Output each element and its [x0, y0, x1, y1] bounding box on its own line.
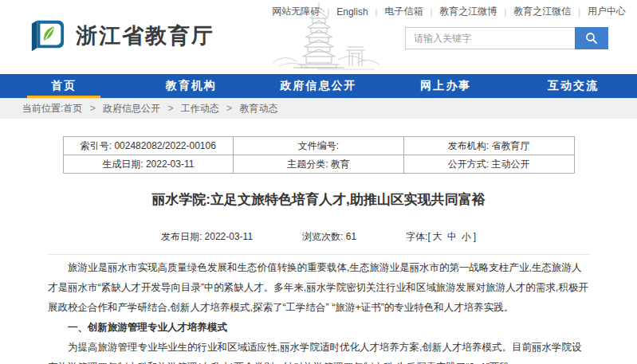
top-link-weibo[interactable]: 教育之江微博 [439, 5, 497, 18]
nav-item-gov-info[interactable]: 政府信息公开 [255, 74, 383, 98]
font-size-small-button[interactable]: 小 [462, 231, 471, 242]
breadcrumb-gov-info[interactable]: 政府信息公开 [103, 103, 160, 114]
top-link-wechat[interactable]: 教育之江微信 [513, 5, 571, 18]
nav-label: 教育机构 [166, 79, 217, 93]
book-leaf-logo-icon [28, 18, 66, 54]
breadcrumb-separator: > [167, 103, 173, 114]
article-content: 索引号: 002482082/2022-00106 文件编号: 发布机构: 省教… [0, 119, 637, 364]
font-size-label-end: ] [474, 231, 476, 242]
table-row: 索引号: 002482082/2022-00106 文件编号: 发布机构: 省教… [63, 137, 574, 155]
disclosure-method-cell: 公开方式: 主动公开 [403, 155, 574, 174]
pagoda-sketch-illustration [269, 1, 381, 72]
search-input[interactable] [405, 27, 575, 49]
paragraph: 旅游业是丽水市实现高质量绿色发展和生态价值转换的重要载体,生态旅游业是丽水市的第… [48, 258, 589, 318]
publish-date: 发布日期: 2022-03-11 [161, 230, 253, 244]
nav-item-institutions[interactable]: 教育机构 [128, 74, 255, 98]
breadcrumb-edu-news[interactable]: 教育动态 [239, 103, 277, 114]
paragraph: 为提高旅游管理专业毕业生的行业和区域适应性,丽水学院适时优化人才培养方案,创新人… [48, 338, 589, 364]
top-link-email[interactable]: 电子信箱 [384, 5, 423, 18]
create-date-cell: 生成日期: 2022-03-11 [63, 155, 234, 174]
nav-item-interaction[interactable]: 互动交流 [509, 74, 637, 98]
breadcrumb-home[interactable]: 首页 [63, 103, 82, 114]
page-title: 丽水学院:立足文旅特色培育人才,助推山区实现共同富裕 [0, 190, 637, 209]
article-body: 旅游业是丽水市实现高质量绿色发展和生态价值转换的重要载体,生态旅游业是丽水市的第… [0, 255, 637, 364]
nav-item-online-services[interactable]: 网上办事 [382, 74, 509, 98]
site-title: 浙江省教育厅 [76, 22, 214, 50]
breadcrumb-work-news[interactable]: 工作动态 [181, 103, 219, 114]
article-meta-row: 发布日期: 2022-03-11 浏览次数: 61 字体:[大中小] [0, 230, 637, 244]
table-row: 生成日期: 2022-03-11 主题分类: 教育 公开方式: 主动公开 [63, 155, 574, 174]
file-number-cell: 文件编号: [234, 137, 404, 155]
topic-category-cell: 主题分类: 教育 [234, 155, 404, 174]
nav-label: 互动交流 [548, 79, 599, 93]
page: 网站无障碍 | English | 电子信箱 | 教育之江微博 | 教育之江微信… [0, 0, 637, 364]
search-bar [405, 27, 608, 49]
index-number-cell: 索引号: 002482082/2022-00106 [63, 137, 234, 155]
breadcrumb-separator: > [90, 103, 96, 114]
font-size-control: 字体:[大中小] [406, 230, 476, 244]
view-count: 浏览次数: 61 [302, 230, 356, 244]
font-size-label: 字体:[ [406, 231, 431, 242]
nav-item-home[interactable]: 首页 [0, 74, 128, 98]
nav-label: 网上办事 [420, 79, 471, 93]
section-heading: 一、创新旅游管理专业人才培养模式 [48, 318, 589, 338]
document-meta-table: 索引号: 002482082/2022-00106 文件编号: 发布机构: 省教… [63, 136, 575, 174]
breadcrumb-prefix: 当前位置: [22, 103, 63, 114]
divider: | [578, 7, 580, 17]
search-icon [585, 32, 598, 45]
nav-label: 政府信息公开 [280, 79, 356, 93]
divider: | [430, 7, 432, 17]
top-link-user-center[interactable]: 用户中心 [588, 5, 626, 18]
publisher-cell: 发布机构: 省教育厅 [403, 137, 574, 155]
font-size-large-button[interactable]: 大 [433, 231, 442, 242]
main-nav: 首页 教育机构 政府信息公开 网上办事 互动交流 [0, 74, 637, 99]
breadcrumb-separator: > [226, 103, 232, 114]
breadcrumb: 当前位置:首页 > 政府信息公开 > 工作动态 > 教育动态 [0, 99, 637, 119]
site-header: 网站无障碍 | English | 电子信箱 | 教育之江微博 | 教育之江微信… [0, 0, 637, 74]
font-size-medium-button[interactable]: 中 [447, 231, 457, 242]
site-logo[interactable]: 浙江省教育厅 [28, 18, 214, 54]
search-button[interactable] [575, 27, 608, 49]
divider: | [504, 7, 506, 17]
nav-label: 首页 [51, 79, 77, 93]
